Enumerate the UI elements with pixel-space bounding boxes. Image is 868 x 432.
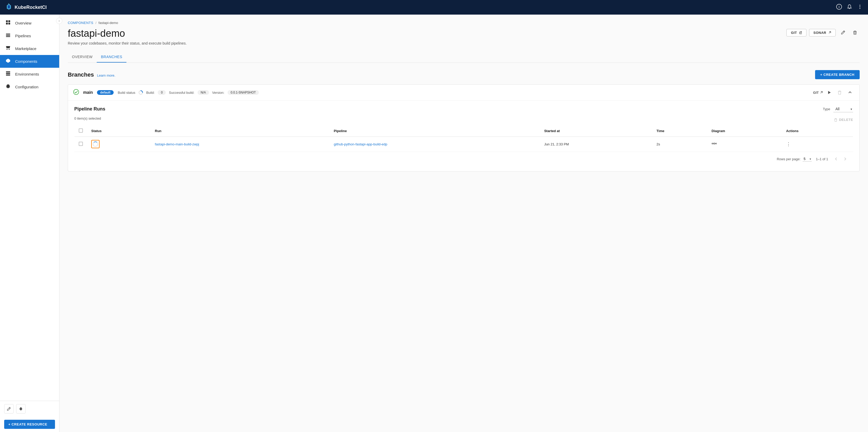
pipeline-link[interactable]: github-python-fastapi-app-build-edp (334, 142, 388, 146)
branch-meta: Build status Build: 0 Successful build: … (118, 90, 259, 95)
table-header-checkbox-cell (74, 125, 87, 137)
table-header-diagram: Diagram (707, 125, 782, 137)
page-header-actions: GIT SONAR (786, 28, 860, 37)
sidebar-nav: Overview Pipelines (0, 14, 59, 401)
type-select[interactable]: All Build Deploy (833, 106, 853, 112)
learn-more-link[interactable]: Learn more. (97, 73, 115, 77)
branch-row-main: main default Build status Build: 0 Succe… (68, 85, 859, 101)
breadcrumb-current: fastapi-demo (98, 21, 118, 25)
svg-rect-5 (6, 20, 8, 22)
prev-page-button[interactable] (832, 155, 840, 163)
sidebar-item-configuration-label: Configuration (15, 85, 38, 89)
sidebar-item-marketplace-label: Marketplace (15, 46, 36, 51)
svg-rect-14 (6, 71, 10, 72)
table-header-time: Time (652, 125, 707, 137)
marketplace-icon (5, 45, 11, 52)
svg-text:i: i (839, 5, 839, 9)
rows-per-page-label: Rows per page: (777, 157, 801, 161)
selected-count: 0 item(s) selected (74, 117, 101, 121)
row-diagram-cell (707, 137, 782, 152)
branch-default-badge: default (97, 90, 114, 95)
branch-collapse-button[interactable] (846, 88, 854, 97)
next-page-button[interactable] (841, 155, 849, 163)
branches-title-group: Branches Learn more. (68, 71, 115, 78)
svg-point-13 (9, 49, 10, 50)
table-actions-bar: 0 item(s) selected DELETE (74, 117, 853, 123)
rows-per-page-select[interactable]: 5 10 25 (803, 156, 812, 162)
main-layout: ‹ Overview (0, 14, 868, 432)
table-row: fastapi-demo-main-build-zwpj github-pyth… (74, 137, 853, 152)
rows-select-wrapper: 5 10 25 (803, 156, 812, 162)
branch-git-link[interactable]: GIT (813, 91, 823, 95)
logo-icon (5, 3, 12, 12)
tab-branches[interactable]: BRANCHES (97, 52, 126, 63)
status-spinner (93, 141, 98, 147)
breadcrumb-components-link[interactable]: COMPONENTS (68, 21, 93, 25)
settings-tool-icon[interactable] (16, 404, 26, 413)
sidebar-item-marketplace[interactable]: Marketplace (0, 42, 59, 55)
pagination-nav (832, 155, 849, 163)
sidebar-item-environments[interactable]: Environments (0, 68, 59, 80)
branch-name: main (83, 90, 93, 95)
sonar-external-link-icon (828, 31, 831, 34)
more-vert-icon[interactable] (857, 4, 863, 11)
page-header: fastapi-demo GIT SONAR (68, 28, 860, 39)
create-resource-button[interactable]: + CREATE RESOURCE (4, 420, 55, 429)
sidebar-collapse-button[interactable]: ‹ (56, 18, 62, 24)
row-checkbox-cell (74, 137, 87, 152)
svg-point-24 (715, 143, 717, 144)
build-status-label: Build status (118, 91, 135, 95)
pipeline-header: Pipeline Runs Type All Build Deploy (74, 106, 853, 112)
delete-button[interactable] (850, 28, 860, 37)
row-more-button[interactable]: ⋮ (786, 141, 791, 147)
sidebar-item-components[interactable]: Components (0, 55, 59, 68)
table-header-started-at: Started at (540, 125, 652, 137)
svg-point-22 (713, 143, 715, 144)
svg-rect-7 (6, 23, 8, 25)
tab-overview[interactable]: OVERVIEW (68, 52, 97, 63)
run-link[interactable]: fastapi-demo-main-build-zwpj (155, 142, 199, 146)
status-cell (91, 140, 147, 148)
branches-title: Branches (68, 71, 94, 78)
version-label: Version: (212, 91, 224, 95)
app-logo: KubeRocketCI (5, 3, 834, 12)
successful-build-value: N/A (197, 90, 209, 95)
git-button[interactable]: GIT (786, 29, 806, 36)
notification-icon[interactable] (847, 4, 852, 11)
edit-tool-icon[interactable] (4, 404, 13, 413)
svg-marker-21 (828, 91, 831, 94)
type-label: Type (823, 107, 830, 111)
svg-point-23 (712, 143, 713, 144)
svg-rect-15 (6, 73, 10, 74)
select-all-checkbox[interactable] (79, 128, 83, 133)
branch-play-button[interactable] (825, 88, 833, 97)
app-title: KubeRocketCI (14, 5, 46, 10)
row-status-cell (87, 137, 151, 152)
external-link-icon (799, 31, 802, 34)
table-header-status: Status (87, 125, 151, 137)
svg-rect-9 (6, 34, 10, 34)
sidebar-item-configuration[interactable]: Configuration (0, 80, 59, 93)
pipeline-runs-title: Pipeline Runs (74, 106, 105, 112)
sidebar-item-overview[interactable]: Overview (0, 17, 59, 29)
branches-header: Branches Learn more. + CREATE BRANCH (68, 70, 860, 79)
pipeline-table: Status Run Pipeline Started at Time Diag… (74, 125, 853, 152)
git-button-label: GIT (791, 31, 797, 35)
branch-delete-button[interactable] (835, 88, 844, 97)
sidebar-item-pipelines[interactable]: Pipelines (0, 29, 59, 42)
branch-status-ok-icon (73, 89, 79, 96)
version-value: 0.0.1-SNAPSHOT (227, 90, 259, 95)
diagram-icon[interactable] (712, 142, 717, 147)
info-icon[interactable]: i (836, 4, 842, 11)
sonar-button[interactable]: SONAR (809, 29, 836, 36)
edit-button[interactable] (838, 28, 848, 37)
sidebar-item-pipelines-label: Pipelines (15, 34, 31, 38)
row-pipeline-cell: github-python-fastapi-app-build-edp (330, 137, 540, 152)
row-checkbox[interactable] (79, 142, 83, 146)
breadcrumb-separator: / (95, 21, 96, 25)
topbar: KubeRocketCI i (0, 0, 868, 14)
create-branch-button[interactable]: + CREATE BRANCH (815, 70, 860, 79)
branch-git-label: GIT (813, 91, 819, 95)
row-time-cell: 2s (652, 137, 707, 152)
table-header-run: Run (151, 125, 330, 137)
